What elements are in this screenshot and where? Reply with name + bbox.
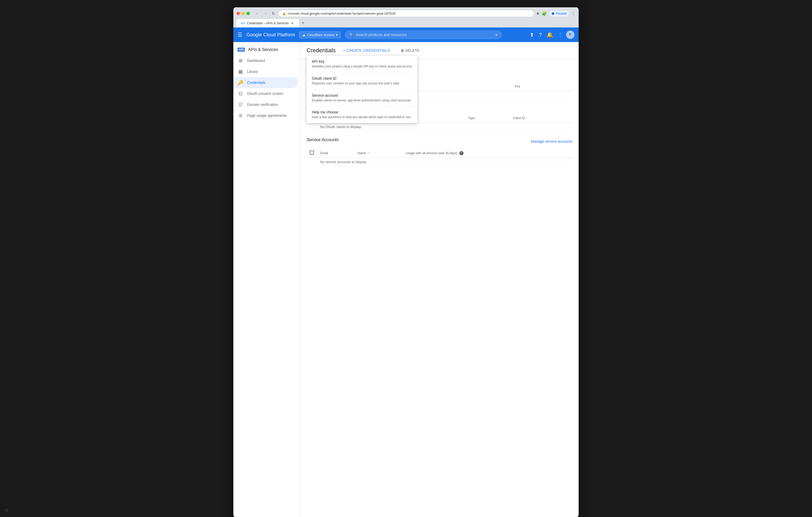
sidebar: API APIs & Services ⊞ Dashboard ▦ Librar… [233, 42, 300, 517]
back-button[interactable]: ← [254, 11, 260, 17]
sidebar-item-page-usage[interactable]: ⊜ Page usage agreements [233, 110, 298, 121]
gcp-logo: Google Cloud Platform [246, 32, 295, 38]
maximize-button[interactable] [246, 12, 250, 15]
url-text: console.cloud.google.com/apis/credential… [288, 11, 396, 16]
sidebar-item-credentials-label: Credentials [247, 81, 265, 85]
dropdown-menu: API key Identifies your project using a … [307, 56, 417, 123]
dropdown-service-title: Service account [312, 93, 412, 97]
dropdown-help-desc: Asks a few questions to help you decide … [312, 115, 412, 119]
sa-usage-help-icon[interactable]: ? [459, 151, 464, 155]
paused-dot [552, 12, 554, 15]
service-accounts-section-header: Service Accounts Manage service accounts [307, 138, 572, 145]
hamburger-menu[interactable]: ☰ [237, 32, 242, 38]
dropdown-api-key-title: API key [312, 59, 412, 63]
minimize-button[interactable] [241, 12, 245, 15]
sa-select-all[interactable] [310, 151, 314, 155]
paused-label: Paused [556, 12, 567, 16]
oauth-icon: ⊡ [237, 91, 243, 96]
forward-button[interactable]: → [262, 11, 269, 17]
search-icon: 🔍 [349, 33, 354, 37]
help-icon[interactable]: ? [537, 30, 543, 39]
create-credentials-button[interactable]: + CREATE CREDENTIALS [340, 46, 393, 55]
user-initials: P [569, 33, 571, 37]
lock-icon: 🔒 [282, 12, 286, 16]
sa-empty-row: No service accounts to display [307, 158, 572, 166]
sidebar-item-library[interactable]: ▦ Library [233, 66, 298, 77]
header-icons: ⬆ ? 🔔 ⋮ P [528, 30, 575, 39]
sidebar-item-library-label: Library [247, 69, 258, 74]
dropdown-item-service-account[interactable]: Service account Enables server-to-server… [307, 90, 417, 107]
search-arrow: ▾ [495, 33, 497, 37]
paused-button[interactable]: Paused [549, 11, 569, 17]
sidebar-item-oauth[interactable]: ⊡ OAuth consent screen [233, 88, 298, 99]
oauth-empty-row: No OAuth clients to display [307, 123, 572, 131]
domain-icon: ☑ [237, 102, 243, 108]
dropdown-item-help-choose[interactable]: Help me choose Asks a few questions to h… [307, 107, 417, 123]
more-options-icon[interactable]: ⋮ [556, 30, 564, 39]
service-accounts-title: Service Accounts [307, 138, 339, 142]
browser-tab[interactable]: API Credentials – APIs & Services ✕ [236, 19, 299, 27]
sidebar-item-credentials[interactable]: 🔑 Credentials [233, 77, 298, 88]
sa-usage-header: Usage with all services (last 30 days) ? [403, 149, 572, 158]
sidebar-title: APIs & Services [248, 47, 278, 52]
manage-service-accounts-link[interactable]: Manage service accounts [531, 139, 572, 144]
more-icon[interactable]: ⋮ [571, 11, 576, 16]
oauth-client-id-header: Client ID [510, 114, 572, 123]
search-placeholder: Search products and resources [356, 33, 407, 37]
sidebar-item-page-usage-label: Page usage agreements [247, 114, 287, 118]
sidebar-header: API APIs & Services [233, 44, 300, 55]
dropdown-service-desc: Enables server-to-server, app-level auth… [312, 98, 412, 103]
tab-close-button[interactable]: ✕ [290, 21, 295, 26]
sidebar-item-domain[interactable]: ☑ Domain verification [233, 99, 298, 110]
api-badge: API [237, 48, 245, 52]
credentials-icon: 🔑 [237, 80, 243, 86]
sa-email-header: Email [317, 149, 354, 158]
sa-empty-message: No service accounts to display [317, 158, 572, 166]
tab-title: Credentials – APIs & Services [247, 22, 289, 25]
delete-button[interactable]: 🗑 DELETE [397, 46, 423, 55]
sidebar-item-domain-label: Domain verification [247, 102, 278, 107]
gcp-header: ☰ Google Cloud Platform ☁ Cloudflare Acc… [233, 27, 579, 42]
project-arrow: ▾ [336, 33, 338, 37]
project-icon: ☁ [302, 33, 306, 37]
sa-name-header[interactable]: Name ↑ [354, 149, 403, 158]
reload-button[interactable]: ↻ [271, 10, 276, 17]
content-area: Credentials + CREATE CREDENTIALS 🗑 DELET… [300, 42, 579, 517]
oauth-type-header: Type [465, 114, 510, 123]
user-avatar[interactable]: P [566, 31, 575, 39]
sidebar-item-oauth-label: OAuth consent screen [247, 91, 283, 96]
project-name: Cloudflare Access [307, 33, 334, 37]
address-bar[interactable]: 🔒 console.cloud.google.com/apis/credenti… [278, 10, 534, 17]
upload-icon[interactable]: ⬆ [528, 30, 536, 39]
oauth-empty-message: No OAuth clients to display [317, 123, 572, 131]
notifications-icon[interactable]: 🔔 [545, 30, 555, 39]
sa-sort-icon: ↑ [368, 151, 370, 155]
sidebar-item-dashboard-label: Dashboard [247, 59, 265, 63]
library-icon: ▦ [237, 69, 243, 74]
close-button[interactable] [236, 12, 240, 15]
project-selector[interactable]: ☁ Cloudflare Access ▾ [299, 31, 341, 38]
extension-icon[interactable]: 🧩 [542, 11, 547, 16]
search-bar[interactable]: 🔍 Search products and resources ▾ [345, 31, 502, 39]
dropdown-oauth-title: OAuth client ID [312, 76, 412, 81]
sidebar-item-dashboard[interactable]: ⊞ Dashboard [233, 55, 298, 66]
dropdown-api-key-desc: Identifies your project using a simple A… [312, 64, 412, 69]
dropdown-help-title: Help me choose [312, 110, 412, 114]
dashboard-icon: ⊞ [237, 58, 243, 63]
page-usage-icon: ⊜ [237, 113, 243, 118]
new-tab-button[interactable]: + [299, 19, 307, 27]
api-keys-key-header: Key [512, 82, 572, 91]
page-header: Credentials + CREATE CREDENTIALS 🗑 DELET… [300, 42, 579, 59]
sa-check-col [307, 149, 317, 158]
page-title: Credentials [307, 47, 336, 54]
service-accounts-table: Email Name ↑ Usage with all services (la… [307, 149, 572, 166]
dropdown-oauth-desc: Requests user consent so your app can ac… [312, 81, 412, 86]
bookmark-icon[interactable]: ★ [536, 11, 540, 16]
tab-favicon: API [241, 22, 245, 25]
dropdown-item-api-key[interactable]: API key Identifies your project using a … [307, 56, 417, 73]
dropdown-item-oauth-client[interactable]: OAuth client ID Requests user consent so… [307, 73, 417, 90]
